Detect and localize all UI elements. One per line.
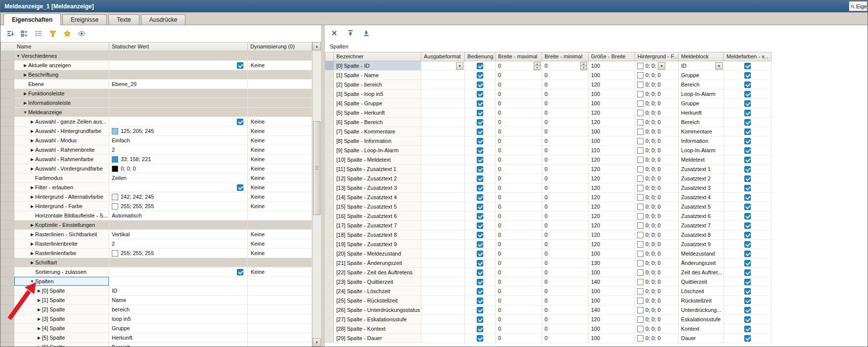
ausgabeformat-cell[interactable] bbox=[421, 89, 465, 99]
bedienung-checkbox[interactable] bbox=[477, 194, 483, 201]
meldefarben-checkbox[interactable] bbox=[744, 251, 751, 257]
bedienung-checkbox[interactable] bbox=[477, 307, 483, 313]
row-header-cell[interactable] bbox=[325, 221, 334, 230]
properties-flyout-button[interactable]: Eige bbox=[849, 1, 868, 11]
static-value-cell[interactable]: Ebene_29 bbox=[109, 80, 248, 89]
breite-maximal-cell[interactable]: 0 bbox=[496, 155, 542, 165]
hintergrund-cell[interactable]: 0; 0; 0 bbox=[635, 193, 679, 202]
bedienung-checkbox[interactable] bbox=[477, 335, 483, 342]
property-row[interactable]: ▶Aktuelle anzeigenKeine bbox=[0, 61, 312, 70]
groesse-breite-cell[interactable]: 130 bbox=[589, 259, 635, 268]
breite-maximal-cell[interactable]: 0 bbox=[496, 268, 542, 277]
ausgabeformat-cell[interactable] bbox=[421, 324, 465, 334]
breite-minimal-cell[interactable]: 0 bbox=[542, 165, 589, 174]
meldefarben-checkbox[interactable] bbox=[744, 100, 751, 107]
ausgabeformat-cell[interactable] bbox=[421, 80, 465, 89]
column-config-row[interactable]: [25] Spalte - Rückstellzeit001000; 0; 0R… bbox=[325, 296, 772, 305]
property-row[interactable]: ▶Informationsleiste bbox=[0, 98, 312, 108]
property-row[interactable]: ▶Rasterlinienbreite2Keine bbox=[0, 239, 312, 249]
groesse-breite-cell[interactable]: 120 bbox=[589, 155, 635, 165]
dynamization-cell[interactable] bbox=[248, 296, 312, 305]
property-row[interactable]: ▶[4] SpalteGruppe bbox=[0, 324, 312, 333]
row-header-cell[interactable] bbox=[325, 202, 334, 212]
expander-icon[interactable]: ▶ bbox=[29, 260, 35, 265]
column-config-row[interactable]: [17] Spalte - Zusatztext 7001200; 0; 0Zu… bbox=[325, 221, 772, 230]
groesse-breite-cell[interactable]: 140 bbox=[589, 305, 635, 315]
breite-minimal-cell[interactable]: 0 bbox=[542, 108, 589, 118]
dynamization-cell[interactable]: Keine bbox=[248, 117, 312, 127]
bedienung-checkbox[interactable] bbox=[477, 251, 483, 257]
breite-minimal-cell[interactable]: 0 bbox=[542, 174, 589, 183]
static-value-cell[interactable]: Einfach bbox=[109, 136, 248, 145]
column-config-row[interactable]: [10] Spalte - Meldetext001200; 0; 0Melde… bbox=[325, 155, 772, 165]
row-header-cell[interactable] bbox=[325, 99, 334, 108]
meldefarben-checkbox[interactable] bbox=[744, 166, 751, 173]
meldefarben-checkbox[interactable] bbox=[744, 232, 751, 238]
static-value-cell[interactable]: 2 bbox=[109, 239, 248, 249]
meldefarben-checkbox[interactable] bbox=[744, 279, 751, 285]
bedienung-checkbox[interactable] bbox=[477, 316, 483, 323]
column-config-row[interactable]: [19] Spalte - Zusatztext 9001200; 0; 0Zu… bbox=[325, 240, 772, 249]
property-row[interactable]: ▶[6] SpalteBereich bbox=[0, 343, 312, 347]
ausgabeformat-cell[interactable] bbox=[421, 305, 465, 315]
row-header-cell[interactable] bbox=[325, 249, 334, 259]
hintergrund-cell[interactable]: 0; 0; 0 bbox=[635, 287, 679, 296]
hintergrund-cell[interactable]: 0; 0; 0 bbox=[635, 296, 679, 305]
meldeblock-cell[interactable]: Zusatztext 5 bbox=[679, 202, 724, 212]
dynamization-cell[interactable]: Keine bbox=[248, 183, 312, 192]
bedienung-checkbox[interactable] bbox=[477, 232, 483, 238]
breite-minimal-cell[interactable]: 0 bbox=[542, 193, 589, 202]
value-checkbox[interactable] bbox=[237, 119, 243, 125]
column-config-row[interactable]: [9] Spalte - Loop-In-Alarm001100; 0; 0Lo… bbox=[325, 146, 772, 155]
breite-minimal-cell[interactable]: 0 bbox=[542, 212, 589, 221]
bedienung-checkbox[interactable] bbox=[477, 82, 483, 88]
dynamization-cell[interactable] bbox=[248, 305, 312, 314]
groesse-breite-cell[interactable]: 100 bbox=[589, 296, 635, 305]
property-row[interactable]: ▶[1] SpalteName bbox=[0, 296, 312, 305]
meldeblock-cell[interactable]: Loop-In-Alarm bbox=[679, 89, 724, 99]
groesse-breite-cell[interactable]: 100 bbox=[589, 61, 635, 71]
meldefarben-checkbox[interactable] bbox=[744, 213, 751, 219]
meldefarben-checkbox[interactable] bbox=[744, 119, 751, 126]
meldefarben-checkbox[interactable] bbox=[744, 316, 751, 323]
hintergrund-cell[interactable]: 0; 0; 0 bbox=[635, 80, 679, 89]
meldefarben-checkbox[interactable] bbox=[744, 82, 751, 88]
meldeblock-cell[interactable]: Herkunft bbox=[679, 108, 724, 118]
expander-icon[interactable]: ▶ bbox=[29, 129, 35, 133]
dynamization-cell[interactable]: Keine bbox=[248, 230, 312, 239]
breite-maximal-cell[interactable]: 0 bbox=[496, 315, 542, 324]
row-header-cell[interactable] bbox=[325, 212, 334, 221]
expander-icon[interactable]: ▶ bbox=[29, 157, 35, 162]
hintergrund-cell[interactable]: 0; 0; 0 bbox=[635, 240, 679, 249]
breite-minimal-cell[interactable]: 0 bbox=[542, 183, 589, 193]
hintergrund-cell[interactable]: 0; 0; 0 bbox=[635, 155, 679, 165]
tab-ereignisse[interactable]: Ereignisse bbox=[62, 14, 107, 25]
dynamization-cell[interactable]: Keine bbox=[248, 127, 312, 136]
dynamization-cell[interactable]: Keine bbox=[248, 155, 312, 164]
breite-minimal-cell[interactable]: 0 bbox=[542, 136, 589, 146]
breite-maximal-cell[interactable]: 0 bbox=[496, 99, 542, 108]
expander-icon[interactable]: ▶ bbox=[36, 317, 42, 321]
breite-maximal-cell[interactable]: 0 bbox=[496, 287, 542, 296]
property-row[interactable]: ▶Hintergrund - Farbe255; 255; 255Keine bbox=[0, 202, 312, 211]
bedienung-checkbox[interactable] bbox=[477, 110, 483, 116]
expander-icon[interactable]: ▶ bbox=[29, 204, 35, 209]
meldeblock-cell[interactable]: Kontext bbox=[679, 324, 724, 334]
column-config-row[interactable]: [18] Spalte - Zusatztext 8001200; 0; 0Zu… bbox=[325, 230, 772, 240]
breite-maximal-cell[interactable]: 0 bbox=[496, 174, 542, 183]
meldefarben-checkbox[interactable] bbox=[744, 129, 751, 135]
table-column-header-8[interactable]: Meldefarben - v... bbox=[724, 52, 772, 61]
breite-maximal-cell[interactable]: 0 bbox=[496, 89, 542, 99]
hintergrund-cell[interactable]: 0; 0; 0 bbox=[635, 230, 679, 240]
static-value-cell[interactable]: Vertikal bbox=[109, 230, 248, 239]
meldeblock-cell[interactable]: Meldetext bbox=[679, 155, 724, 165]
dynamization-cell[interactable] bbox=[248, 343, 312, 347]
column-config-row[interactable]: [21] Spalte - Änderungszeit001300; 0; 0Ä… bbox=[325, 259, 772, 268]
expander-icon[interactable]: ▶ bbox=[36, 336, 42, 340]
scroll-up-icon[interactable]: ▲ bbox=[313, 42, 321, 50]
groesse-breite-cell[interactable]: 100 bbox=[589, 89, 635, 99]
hintergrund-cell[interactable]: 0; 0; 0 bbox=[635, 259, 679, 268]
ausgabeformat-cell[interactable] bbox=[421, 334, 465, 343]
breite-minimal-cell[interactable]: 0 bbox=[542, 315, 589, 324]
meldefarben-checkbox[interactable] bbox=[744, 307, 751, 313]
